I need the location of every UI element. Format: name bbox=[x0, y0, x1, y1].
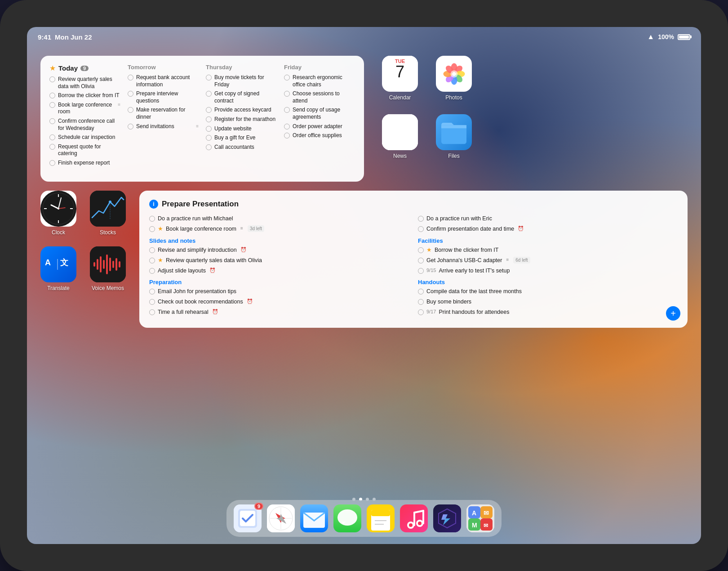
messages-icon bbox=[333, 504, 361, 532]
calendar-label: Calendar bbox=[389, 94, 411, 101]
voice-memos-label: Voice Memos bbox=[92, 285, 124, 291]
thursday-column: Thursday Buy movie tickets for Friday Ge… bbox=[206, 64, 284, 169]
list-item[interactable]: Get Johanna's USB-C adapter ≡ 6d left bbox=[418, 257, 678, 264]
list-item[interactable]: Do a practice run with Eric bbox=[418, 215, 678, 223]
svg-text:✉: ✉ bbox=[484, 522, 488, 529]
list-item[interactable]: Revise and simplify introduction ⏰ bbox=[149, 246, 409, 254]
svg-rect-15 bbox=[441, 125, 466, 128]
list-item[interactable]: ★ Review quarterly sales data with Olivi… bbox=[149, 257, 409, 264]
top-section: ★ Today 9 Review quarterly sales data wi… bbox=[40, 56, 688, 182]
news-app-icon[interactable]: N News bbox=[382, 114, 418, 159]
list-item[interactable]: 9/15 Arrive early to test IT's setup bbox=[418, 267, 678, 275]
svg-rect-26 bbox=[90, 191, 126, 227]
detail-col-left: Do a practice run with Michael ★ Book la… bbox=[149, 215, 409, 319]
omnifocus-dock-icon[interactable]: 9 bbox=[234, 504, 262, 532]
svg-point-25 bbox=[58, 208, 59, 210]
mail-dock-icon[interactable] bbox=[300, 504, 328, 532]
section-facilities: Facilities bbox=[418, 237, 678, 244]
list-item[interactable]: Order power adapter bbox=[284, 123, 355, 130]
music-dock-icon[interactable] bbox=[400, 504, 428, 532]
list-item[interactable]: Provide access keycard bbox=[206, 107, 277, 114]
list-item[interactable]: Confirm presentation date and time ⏰ bbox=[418, 225, 678, 233]
shortcuts-icon bbox=[433, 504, 461, 532]
svg-rect-34 bbox=[93, 262, 95, 267]
translate-app-icon[interactable]: A 文 Translate bbox=[40, 246, 76, 291]
list-item[interactable]: Request bank account information bbox=[128, 74, 199, 88]
ipad-frame: 9:41 Mon Jun 22 ▲ 100% bbox=[0, 0, 728, 571]
reminders-widget[interactable]: ★ Today 9 Review quarterly sales data wi… bbox=[40, 56, 364, 182]
clock-app-icon[interactable]: Clock bbox=[40, 191, 76, 236]
tomorrow-header: Tomorrow bbox=[128, 64, 199, 71]
svg-point-28 bbox=[109, 201, 111, 203]
list-item[interactable]: 9/17 Print handouts for attendees bbox=[418, 308, 678, 316]
today-column: ★ Today 9 Review quarterly sales data wi… bbox=[49, 64, 128, 169]
list-item[interactable]: Check out book recommendations ⏰ bbox=[149, 298, 409, 306]
list-item[interactable]: ★ Borrow the clicker from IT bbox=[418, 246, 678, 254]
clock-icon bbox=[40, 191, 76, 227]
friday-header: Friday bbox=[284, 64, 355, 71]
list-item[interactable]: Send invitations≡ bbox=[128, 123, 199, 130]
list-item[interactable]: Register for the marathon bbox=[206, 116, 277, 123]
list-item[interactable]: Borrow the clicker from IT bbox=[49, 92, 120, 99]
list-item[interactable]: ★ Book large conference room ≡ 3d left bbox=[149, 225, 409, 233]
list-item[interactable]: Make reservation for dinner bbox=[128, 107, 199, 120]
list-item[interactable]: Do a practice run with Michael bbox=[149, 215, 409, 223]
mimestream-dock-icon[interactable]: A ✉ M ✉ bbox=[466, 504, 494, 532]
list-item[interactable]: Time a full rehearsal ⏰ bbox=[149, 308, 409, 316]
mail-icon bbox=[300, 504, 328, 532]
list-item[interactable]: Book large conference room≡ bbox=[49, 102, 120, 116]
list-item[interactable]: Buy movie tickets for Friday bbox=[206, 74, 277, 88]
safari-dock-icon[interactable] bbox=[267, 504, 295, 532]
list-item[interactable]: Finish expense report bbox=[49, 160, 120, 167]
shortcuts-dock-icon[interactable] bbox=[433, 504, 461, 532]
list-item[interactable]: Adjust slide layouts ⏰ bbox=[149, 267, 409, 275]
app-icons-right: TUE 7 Calendar bbox=[382, 56, 472, 182]
omnifocus-badge: 9 bbox=[254, 503, 263, 510]
svg-rect-41 bbox=[115, 258, 117, 271]
files-app-icon[interactable]: Files bbox=[436, 114, 472, 159]
list-item[interactable]: Request quote for catering bbox=[49, 143, 120, 157]
list-item[interactable]: Update website bbox=[206, 125, 277, 133]
list-item[interactable]: Call accountants bbox=[206, 144, 277, 151]
photos-app-icon[interactable]: Photos bbox=[436, 56, 472, 101]
voice-memos-app-icon[interactable]: Voice Memos bbox=[90, 246, 126, 291]
list-item[interactable]: Order office supplies bbox=[284, 132, 355, 139]
svg-rect-37 bbox=[103, 260, 105, 269]
tomorrow-column: Tomorrow Request bank account informatio… bbox=[128, 64, 206, 169]
calendar-day: 7 bbox=[395, 64, 404, 80]
files-label: Files bbox=[448, 153, 459, 159]
list-item[interactable]: Confirm conference call for Wednesday bbox=[49, 118, 120, 132]
svg-rect-40 bbox=[112, 261, 114, 268]
list-item[interactable]: Email John for presentation tips bbox=[149, 288, 409, 295]
svg-rect-38 bbox=[106, 254, 108, 274]
calendar-app-icon[interactable]: TUE 7 Calendar bbox=[382, 56, 418, 101]
list-item[interactable]: Buy some binders bbox=[418, 298, 678, 306]
prepare-presentation-widget[interactable]: i Prepare Presentation Do a practice run… bbox=[139, 191, 688, 328]
ipad-screen: 9:41 Mon Jun 22 ▲ 100% bbox=[27, 27, 701, 544]
list-item[interactable]: Get copy of signed contract bbox=[206, 90, 277, 104]
list-item[interactable]: Compile data for the last three months bbox=[418, 288, 678, 295]
info-icon: i bbox=[149, 200, 158, 209]
svg-rect-60 bbox=[371, 510, 390, 516]
photos-icon bbox=[442, 62, 466, 86]
add-reminder-button[interactable]: + bbox=[666, 306, 680, 321]
list-item[interactable]: Research ergonomic office chairs bbox=[284, 74, 355, 88]
thursday-header: Thursday bbox=[206, 64, 277, 71]
list-item[interactable]: Schedule car inspection bbox=[49, 134, 120, 141]
status-time: 9:41 bbox=[38, 33, 51, 41]
svg-rect-39 bbox=[109, 258, 111, 271]
notes-dock-icon[interactable] bbox=[367, 504, 395, 532]
svg-line-67 bbox=[414, 511, 423, 513]
stocks-app-icon[interactable]: Stocks bbox=[90, 191, 126, 236]
list-item[interactable]: Choose sessions to attend bbox=[284, 90, 355, 104]
list-item[interactable]: Send copy of usage agreements bbox=[284, 107, 355, 120]
svg-text:✉: ✉ bbox=[484, 509, 489, 517]
svg-point-8 bbox=[450, 70, 457, 77]
status-date: Mon Jun 22 bbox=[55, 33, 92, 41]
list-item[interactable]: Prepare interview questions bbox=[128, 90, 199, 104]
list-item[interactable]: Buy a gift for Eve bbox=[206, 134, 277, 142]
news-label: News bbox=[393, 153, 407, 159]
messages-dock-icon[interactable] bbox=[333, 504, 361, 532]
battery-percent: 100% bbox=[658, 33, 674, 40]
list-item[interactable]: Review quarterly sales data with Olivia bbox=[49, 76, 120, 90]
